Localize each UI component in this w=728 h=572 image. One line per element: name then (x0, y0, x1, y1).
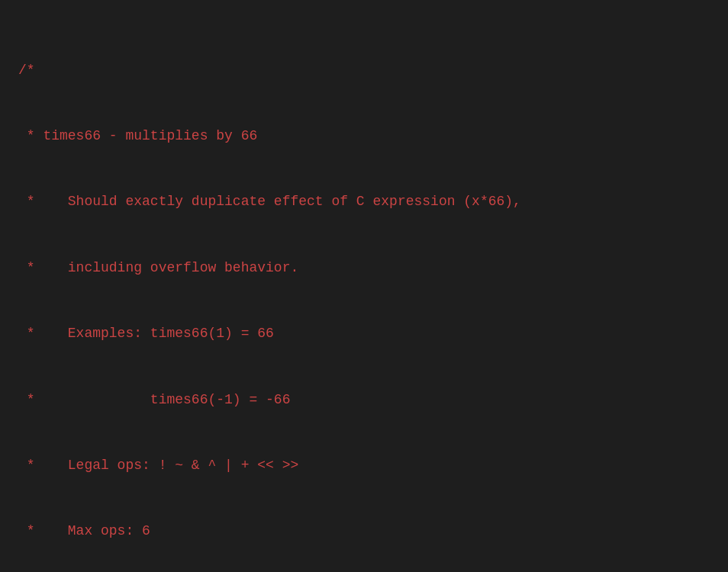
line-4: * including overflow behavior. (18, 257, 710, 279)
line-3: * Should exactly duplicate effect of C e… (18, 191, 710, 213)
line-6: * times66(-1) = -66 (18, 389, 710, 411)
code-editor: /* * times66 - multiplies by 66 * Should… (18, 15, 710, 572)
line-1: /* (18, 59, 710, 82)
line-5: * Examples: times66(1) = 66 (18, 323, 710, 345)
line-2: * times66 - multiplies by 66 (18, 125, 710, 147)
line-7: * Legal ops: ! ~ & ^ | + << >> (18, 455, 710, 477)
line-8: * Max ops: 6 (18, 520, 710, 542)
